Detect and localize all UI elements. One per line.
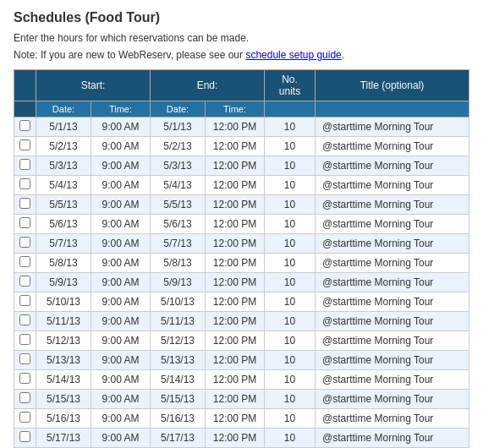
row-end-time: 12:00 PM [206, 215, 265, 234]
row-checkbox-cell [14, 254, 36, 273]
end-date-header: Date: [151, 101, 206, 117]
row-checkbox[interactable] [19, 276, 30, 287]
schedules-table: Start: End: No. units Title (optional) D… [14, 69, 469, 448]
row-checkbox-cell [14, 156, 36, 176]
row-checkbox[interactable] [19, 198, 30, 209]
row-units: 10 [265, 176, 316, 195]
row-title: @starttime Morning Tour [316, 234, 469, 254]
row-end-date: 5/10/13 [151, 292, 206, 312]
row-checkbox[interactable] [19, 314, 30, 325]
row-start-date: 5/16/13 [36, 409, 91, 429]
note-prefix: Note: If you are new to WebReserv, pleas… [14, 49, 245, 61]
row-title: @starttime Morning Tour [316, 292, 469, 312]
row-end-date: 5/14/13 [151, 370, 206, 390]
row-checkbox[interactable] [19, 237, 30, 248]
start-time-header: Time: [91, 101, 151, 117]
row-end-time: 12:00 PM [206, 273, 265, 292]
row-end-time: 12:00 PM [206, 312, 265, 331]
row-start-date: 5/10/13 [36, 292, 91, 312]
row-checkbox-cell [14, 429, 36, 448]
row-checkbox[interactable] [19, 412, 30, 423]
row-end-time: 12:00 PM [206, 331, 265, 351]
title-sub-header [316, 101, 469, 117]
row-checkbox[interactable] [19, 431, 30, 442]
row-units: 10 [265, 370, 316, 390]
row-checkbox[interactable] [19, 139, 30, 150]
row-start-time: 9:00 AM [91, 176, 151, 195]
row-start-date: 5/15/13 [36, 390, 91, 409]
row-checkbox[interactable] [19, 392, 30, 403]
table-row: 5/10/139:00 AM5/10/1312:00 PM10@starttim… [14, 292, 469, 312]
row-checkbox-cell [14, 292, 36, 312]
row-end-time: 12:00 PM [206, 390, 265, 409]
row-units: 10 [265, 254, 316, 273]
row-checkbox[interactable] [19, 159, 30, 170]
row-start-time: 9:00 AM [91, 409, 151, 429]
row-title: @starttime Morning Tour [316, 429, 469, 448]
row-end-time: 12:00 PM [206, 292, 265, 312]
row-units: 10 [265, 312, 316, 331]
row-start-date: 5/6/13 [36, 215, 91, 234]
row-checkbox[interactable] [19, 217, 30, 228]
row-start-time: 9:00 AM [91, 370, 151, 390]
table-row: 5/9/139:00 AM5/9/1312:00 PM10@starttime … [14, 273, 469, 292]
row-units: 10 [265, 234, 316, 254]
row-title: @starttime Morning Tour [316, 137, 469, 156]
row-end-date: 5/16/13 [151, 409, 206, 429]
row-checkbox-cell [14, 195, 36, 215]
row-checkbox-cell [14, 137, 36, 156]
row-title: @starttime Morning Tour [316, 409, 469, 429]
cb-sub-header [14, 101, 36, 117]
table-row: 5/12/139:00 AM5/12/1312:00 PM10@starttim… [14, 331, 469, 351]
row-start-time: 9:00 AM [91, 195, 151, 215]
row-checkbox-cell [14, 351, 36, 370]
table-row: 5/7/139:00 AM5/7/1312:00 PM10@starttime … [14, 234, 469, 254]
table-row: 5/13/139:00 AM5/13/1312:00 PM10@starttim… [14, 351, 469, 370]
row-units: 10 [265, 117, 316, 137]
row-title: @starttime Morning Tour [316, 331, 469, 351]
row-units: 10 [265, 137, 316, 156]
row-checkbox[interactable] [19, 373, 30, 384]
row-start-date: 5/5/13 [36, 195, 91, 215]
row-start-date: 5/9/13 [36, 273, 91, 292]
row-units: 10 [265, 409, 316, 429]
row-end-date: 5/17/13 [151, 429, 206, 448]
row-units: 10 [265, 292, 316, 312]
note-suffix: . [342, 49, 344, 61]
row-checkbox-cell [14, 176, 36, 195]
end-header: End: [151, 70, 265, 101]
row-checkbox[interactable] [19, 353, 30, 364]
table-row: 5/11/139:00 AM5/11/1312:00 PM10@starttim… [14, 312, 469, 331]
row-units: 10 [265, 215, 316, 234]
table-row: 5/3/139:00 AM5/3/1312:00 PM10@starttime … [14, 156, 469, 176]
row-checkbox[interactable] [19, 295, 30, 306]
units-sub-header [265, 101, 316, 117]
row-end-date: 5/6/13 [151, 215, 206, 234]
row-end-date: 5/12/13 [151, 331, 206, 351]
row-checkbox[interactable] [19, 178, 30, 189]
table-header-top: Start: End: No. units Title (optional) [14, 70, 469, 101]
page-title: Schedules (Food Tour) [14, 10, 469, 25]
row-end-time: 12:00 PM [206, 429, 265, 448]
row-checkbox-cell [14, 390, 36, 409]
table-row: 5/8/139:00 AM5/8/1312:00 PM10@starttime … [14, 254, 469, 273]
units-header: No. units [265, 70, 316, 101]
row-checkbox[interactable] [19, 120, 30, 131]
checkbox-header [14, 70, 36, 101]
row-title: @starttime Morning Tour [316, 370, 469, 390]
row-end-date: 5/8/13 [151, 254, 206, 273]
title-header: Title (optional) [316, 70, 469, 101]
row-end-date: 5/11/13 [151, 312, 206, 331]
schedule-setup-guide-link[interactable]: schedule setup guide [245, 49, 341, 61]
row-title: @starttime Morning Tour [316, 351, 469, 370]
row-checkbox[interactable] [19, 334, 30, 345]
table-row: 5/4/139:00 AM5/4/1312:00 PM10@starttime … [14, 176, 469, 195]
row-checkbox-cell [14, 234, 36, 254]
row-start-time: 9:00 AM [91, 312, 151, 331]
end-time-header: Time: [206, 101, 265, 117]
row-checkbox[interactable] [19, 256, 30, 267]
row-title: @starttime Morning Tour [316, 117, 469, 137]
row-start-date: 5/12/13 [36, 331, 91, 351]
row-start-time: 9:00 AM [91, 429, 151, 448]
row-checkbox-cell [14, 409, 36, 429]
